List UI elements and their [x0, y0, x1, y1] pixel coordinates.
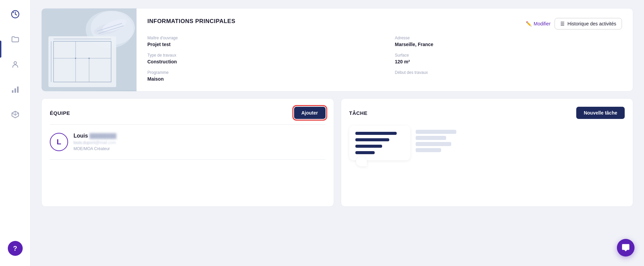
task-line-2: [355, 138, 390, 141]
bottom-row: ÉQUIPE Ajouter L Louis ████████ louis.du…: [41, 98, 633, 207]
member-role: MOE/MOA Créateur: [74, 146, 116, 151]
task-line-4: [355, 151, 375, 154]
field-debut-travaux: Début des travaux: [395, 70, 622, 82]
field-programme: Programme Maison: [147, 70, 375, 82]
nouvelle-tache-button[interactable]: Nouvelle tâche: [576, 107, 625, 119]
svg-rect-4: [14, 88, 16, 93]
sidebar-item-dashboard[interactable]: [8, 7, 23, 22]
task-line-3: [355, 145, 382, 148]
svg-rect-9: [48, 36, 116, 87]
info-grid: Maître d'ouvrage Projet test Adresse Mar…: [147, 36, 622, 82]
field-type-travaux: Type de travaux Construction: [147, 53, 375, 65]
field-moa: Maître d'ouvrage Projet test: [147, 36, 375, 47]
tache-card: TÂCHE Nouvelle tâche: [341, 98, 633, 207]
modifier-button[interactable]: ✏️ Modifier: [526, 21, 550, 26]
tache-card-header: TÂCHE Nouvelle tâche: [349, 107, 625, 119]
info-card-actions: ✏️ Modifier ☰ Historique des activités: [526, 18, 622, 29]
svg-point-2: [14, 62, 17, 64]
list-icon: ☰: [560, 21, 565, 26]
sidebar-active-indicator: [0, 41, 1, 58]
pencil-icon: ✏️: [526, 21, 532, 26]
equipe-divider: [50, 124, 326, 125]
equipe-card-header: ÉQUIPE Ajouter: [50, 107, 326, 119]
member-info: Louis ████████ louis.dupont@mail.com MOE…: [74, 133, 116, 151]
svg-point-17: [88, 58, 90, 59]
task-line-1: [355, 132, 397, 135]
help-button[interactable]: ?: [8, 241, 23, 256]
svg-rect-3: [12, 90, 13, 93]
field-adresse: Adresse Marseille, France: [395, 36, 622, 47]
task-card-inner: [349, 126, 410, 160]
historique-button[interactable]: ☰ Historique des activités: [555, 18, 622, 29]
ajouter-button[interactable]: Ajouter: [294, 107, 326, 119]
member-avatar: L: [50, 133, 68, 151]
sidebar-item-stats[interactable]: [8, 82, 23, 97]
task-side-line-3: [416, 142, 451, 146]
tache-title: TÂCHE: [349, 110, 368, 116]
info-card-title: INFORMATIONS PRINCIPALES: [147, 18, 235, 25]
info-card: INFORMATIONS PRINCIPALES ✏️ Modifier ☰ H…: [41, 8, 633, 91]
sidebar-item-folders[interactable]: [8, 32, 23, 47]
project-image: [42, 8, 137, 91]
team-member: L Louis ████████ louis.dupont@mail.com M…: [50, 129, 326, 155]
member-name: Louis ████████: [74, 133, 116, 139]
svg-rect-5: [17, 86, 18, 93]
task-side-line-2: [416, 136, 446, 140]
equipe-divider-bottom: [50, 159, 326, 160]
task-side-lines: [416, 130, 456, 152]
svg-point-16: [75, 58, 76, 59]
task-side-line-4: [416, 148, 441, 152]
sidebar: ?: [0, 0, 30, 266]
member-email: louis.dupont@mail.com: [74, 140, 116, 145]
info-card-header: INFORMATIONS PRINCIPALES ✏️ Modifier ☰ H…: [147, 18, 622, 29]
chat-fab-button[interactable]: [617, 239, 635, 257]
sidebar-item-cube[interactable]: [8, 107, 23, 122]
sidebar-item-users[interactable]: [8, 57, 23, 72]
equipe-card: ÉQUIPE Ajouter L Louis ████████ louis.du…: [41, 98, 334, 207]
chat-bubble-shape: [356, 157, 367, 166]
task-illustration: [349, 126, 625, 160]
equipe-title: ÉQUIPE: [50, 110, 70, 116]
info-card-details: INFORMATIONS PRINCIPALES ✏️ Modifier ☰ H…: [137, 8, 633, 91]
field-surface: Surface 120 m²: [395, 53, 622, 65]
svg-point-1: [13, 12, 14, 13]
task-side-line-1: [416, 130, 456, 134]
main-content: INFORMATIONS PRINCIPALES ✏️ Modifier ☰ H…: [30, 0, 644, 266]
